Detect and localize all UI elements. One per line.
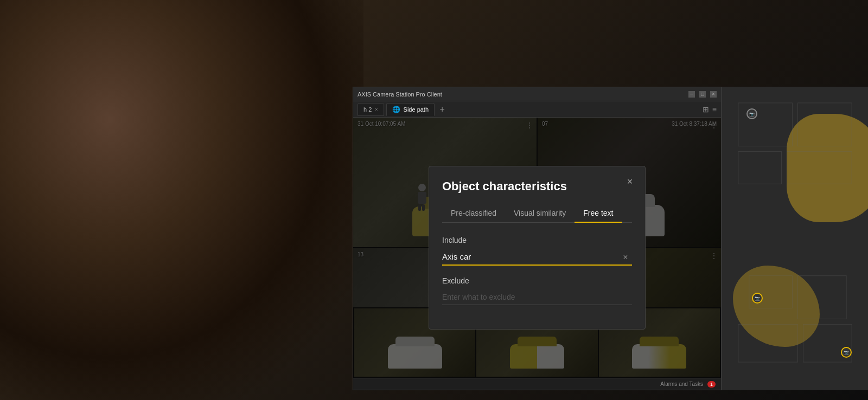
include-label: Include: [442, 236, 632, 244]
status-text: Alarms and Tasks: [660, 381, 703, 387]
tab-free-text[interactable]: Free text: [575, 204, 622, 223]
camera-icon-2: 📷: [755, 296, 760, 301]
map-camera-1[interactable]: 📷: [746, 108, 757, 119]
object-characteristics-modal: Object characteristics × Pre-classified …: [429, 166, 646, 330]
map-panel: 📷 📷 📷: [722, 87, 868, 390]
modal-overlay: Object characteristics × Pre-classified …: [353, 118, 721, 378]
map-background: 📷 📷 📷: [722, 87, 868, 390]
tab-pre-classified[interactable]: Pre-classified: [442, 204, 505, 223]
include-field-wrapper: ×: [442, 249, 632, 266]
window-title: AXIS Camera Station Pro Client: [358, 91, 442, 98]
exclude-input[interactable]: [442, 289, 632, 305]
status-bar: Alarms and Tasks 1: [353, 378, 721, 390]
app-window: AXIS Camera Station Pro Client − □ × h 2…: [353, 87, 722, 390]
modal-close-button[interactable]: ×: [623, 175, 636, 188]
content-area: 31 Oct 10:07:05 AM ⋮ 07 31 Oct 8:37:18 A…: [353, 118, 721, 378]
include-clear-button[interactable]: ×: [619, 251, 632, 264]
tab-item-1[interactable]: h 2 ×: [358, 103, 384, 116]
tab-item-2[interactable]: 🌐 Side path: [386, 103, 435, 116]
tab-label-1: h 2: [363, 106, 372, 113]
map-camera-3[interactable]: 📷: [841, 347, 852, 358]
camera-icon-3: 📷: [844, 350, 849, 355]
modal-tab-bar: Pre-classified Visual similarity Free te…: [442, 204, 632, 223]
svg-rect-2: [738, 152, 782, 184]
exclude-field-wrapper: [442, 289, 632, 305]
map-grid: [722, 87, 868, 389]
svg-rect-1: [797, 103, 852, 146]
svg-rect-3: [787, 152, 852, 184]
maximize-button[interactable]: □: [699, 91, 706, 98]
tab-visual-similarity[interactable]: Visual similarity: [505, 204, 575, 223]
tab-bar: h 2 × 🌐 Side path + ⊞ ≡: [353, 101, 721, 118]
view-toggle-icon[interactable]: ⊞: [703, 105, 709, 114]
svg-rect-6: [738, 324, 798, 362]
close-button[interactable]: ×: [710, 91, 717, 98]
modal-title: Object characteristics: [442, 179, 632, 193]
window-controls: − □ ×: [688, 91, 717, 98]
svg-rect-5: [797, 276, 846, 319]
person-silhouette: [0, 0, 363, 400]
tab-label-2: Side path: [404, 106, 429, 113]
tab-add-button[interactable]: +: [437, 104, 448, 115]
camera-icon-1: 📷: [749, 112, 755, 117]
svg-rect-0: [738, 103, 793, 146]
title-bar: AXIS Camera Station Pro Client − □ ×: [353, 87, 721, 101]
menu-icon[interactable]: ≡: [712, 105, 717, 114]
tab-icon-2: 🌐: [392, 106, 400, 113]
include-input[interactable]: [442, 249, 632, 266]
map-camera-2[interactable]: 📷: [752, 293, 763, 304]
tab-actions: ⊞ ≡: [703, 105, 717, 114]
exclude-label: Exclude: [442, 276, 632, 285]
tab-close-1[interactable]: ×: [375, 107, 378, 112]
status-badge: 1: [707, 381, 716, 388]
minimize-button[interactable]: −: [688, 91, 695, 98]
